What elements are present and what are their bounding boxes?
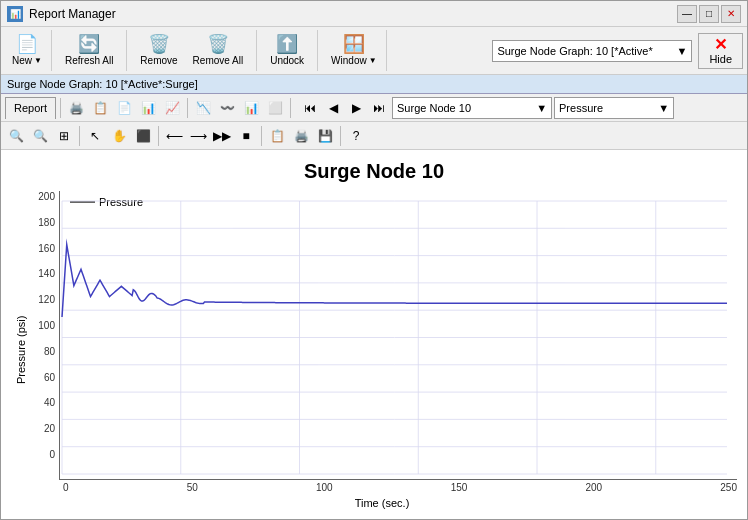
window-button[interactable]: 🪟 Window ▼ bbox=[324, 30, 380, 72]
new-button[interactable]: 📄 New ▼ bbox=[5, 30, 45, 72]
report-btn-7[interactable]: 〰️ bbox=[216, 97, 238, 119]
remove-group: 🗑️ Remove 🗑️ Remove All bbox=[133, 30, 257, 71]
window-label: Window bbox=[331, 55, 367, 66]
hide-x-icon: ✕ bbox=[714, 37, 727, 53]
window-dropdown-arrow: ▼ bbox=[369, 56, 377, 65]
report-btn-9[interactable]: ⬜ bbox=[264, 97, 286, 119]
undock-label: Undock bbox=[270, 55, 304, 66]
property-select-arrow: ▼ bbox=[658, 102, 669, 114]
zoom-out-btn[interactable]: 🔍 bbox=[29, 125, 51, 147]
refresh-label: Refresh All bbox=[65, 55, 113, 66]
minimize-button[interactable]: — bbox=[677, 5, 697, 23]
chart-canvas bbox=[60, 191, 737, 479]
active-report-dropdown[interactable]: Surge Node Graph: 10 [*Active* ▼ bbox=[492, 40, 692, 62]
remove-all-button[interactable]: 🗑️ Remove All bbox=[186, 30, 251, 72]
node-select-text: Surge Node 10 bbox=[397, 102, 471, 114]
prev-btn[interactable]: ◀ bbox=[322, 97, 344, 119]
left-btn[interactable]: ⟵ bbox=[163, 125, 185, 147]
x-tick-150: 150 bbox=[451, 482, 468, 493]
app-icon: 📊 bbox=[7, 6, 23, 22]
x-axis-labels: 0 50 100 150 200 250 bbox=[27, 482, 737, 493]
close-button[interactable]: ✕ bbox=[721, 5, 741, 23]
zoom-fit-btn[interactable]: ⊞ bbox=[53, 125, 75, 147]
property-select-text: Pressure bbox=[559, 102, 603, 114]
active-report-text: Surge Node Graph: 10 [*Active* bbox=[497, 45, 652, 57]
refresh-group: 🔄 Refresh All bbox=[58, 30, 127, 71]
play-btn[interactable]: ▶ bbox=[345, 97, 367, 119]
new-group: 📄 New ▼ bbox=[5, 30, 52, 71]
second-toolbar: 🔍 🔍 ⊞ ↖ ✋ ⬛ ⟵ ⟶ ▶▶ ■ 📋 🖨️ 💾 ? bbox=[1, 122, 747, 150]
nav-controls: ⏮ ◀ ▶ ⏭ bbox=[299, 97, 390, 119]
new-label: New bbox=[12, 55, 32, 66]
last-btn[interactable]: ⏭ bbox=[368, 97, 390, 119]
report-btn-3[interactable]: 📄 bbox=[113, 97, 135, 119]
window-title: Report Manager bbox=[29, 7, 116, 21]
hand-btn[interactable]: ✋ bbox=[108, 125, 130, 147]
window-icon: 🪟 bbox=[343, 35, 365, 53]
report-btn-1[interactable]: 🖨️ bbox=[65, 97, 87, 119]
new-dropdown-arrow: ▼ bbox=[34, 56, 42, 65]
export-btn[interactable]: 💾 bbox=[314, 125, 336, 147]
chart-area: Surge Node 10 Pressure (psi) 200 180 160… bbox=[1, 150, 747, 519]
remove-label: Remove bbox=[140, 55, 177, 66]
remove-button[interactable]: 🗑️ Remove bbox=[133, 30, 184, 72]
title-bar: 📊 Report Manager — □ ✕ bbox=[1, 1, 747, 27]
main-toolbar: 📄 New ▼ 🔄 Refresh All 🗑️ Remove 🗑️ Remov… bbox=[1, 27, 747, 75]
second-sep-4 bbox=[340, 126, 341, 146]
remove-all-label: Remove All bbox=[193, 55, 244, 66]
title-controls: — □ ✕ bbox=[677, 5, 741, 23]
report-tab[interactable]: Report bbox=[5, 97, 56, 119]
x-tick-100: 100 bbox=[316, 482, 333, 493]
x-axis-label: Time (sec.) bbox=[27, 497, 737, 509]
refresh-all-button[interactable]: 🔄 Refresh All bbox=[58, 30, 120, 72]
remove-icon: 🗑️ bbox=[148, 35, 170, 53]
chart-title: Surge Node 10 bbox=[11, 160, 737, 183]
select-btn[interactable]: ⬛ bbox=[132, 125, 154, 147]
sub-title-text: Surge Node Graph: 10 [*Active*:Surge] bbox=[7, 78, 198, 90]
first-btn[interactable]: ⏮ bbox=[299, 97, 321, 119]
refresh-icon: 🔄 bbox=[78, 35, 100, 53]
report-btn-2[interactable]: 📋 bbox=[89, 97, 111, 119]
print2-btn[interactable]: 🖨️ bbox=[290, 125, 312, 147]
copy2-btn[interactable]: 📋 bbox=[266, 125, 288, 147]
node-select-arrow: ▼ bbox=[536, 102, 547, 114]
help-btn[interactable]: ? bbox=[345, 125, 367, 147]
x-tick-250: 250 bbox=[720, 482, 737, 493]
new-icon: 📄 bbox=[16, 35, 38, 53]
chart-plot-area: Pressure bbox=[59, 191, 737, 480]
undock-group: ⬆️ Undock bbox=[263, 30, 318, 71]
toolbar-separator-2 bbox=[187, 98, 188, 118]
chart-container: Pressure (psi) 200 180 160 140 120 100 8… bbox=[11, 191, 737, 509]
node-select-dropdown[interactable]: Surge Node 10 ▼ bbox=[392, 97, 552, 119]
property-select-dropdown[interactable]: Pressure ▼ bbox=[554, 97, 674, 119]
window-group: 🪟 Window ▼ bbox=[324, 30, 387, 71]
report-btn-5[interactable]: 📈 bbox=[161, 97, 183, 119]
report-toolbar: Report 🖨️ 📋 📄 📊 📈 📉 〰️ 📊 ⬜ ⏮ ◀ ▶ ⏭ Surge… bbox=[1, 94, 747, 122]
report-btn-6[interactable]: 📉 bbox=[192, 97, 214, 119]
x-tick-50: 50 bbox=[187, 482, 198, 493]
maximize-button[interactable]: □ bbox=[699, 5, 719, 23]
hide-label: Hide bbox=[709, 53, 732, 65]
report-btn-8[interactable]: 📊 bbox=[240, 97, 262, 119]
second-sep-3 bbox=[261, 126, 262, 146]
report-tab-label: Report bbox=[14, 102, 47, 114]
undock-icon: ⬆️ bbox=[276, 35, 298, 53]
second-sep-2 bbox=[158, 126, 159, 146]
toolbar-separator-3 bbox=[290, 98, 291, 118]
toolbar-separator-1 bbox=[60, 98, 61, 118]
right-btn[interactable]: ⟶ bbox=[187, 125, 209, 147]
dropdown-arrow-icon: ▼ bbox=[676, 45, 687, 57]
stop-btn[interactable]: ■ bbox=[235, 125, 257, 147]
x-tick-200: 200 bbox=[586, 482, 603, 493]
x-tick-0: 0 bbox=[63, 482, 69, 493]
hide-button[interactable]: ✕ Hide bbox=[698, 33, 743, 69]
animate-btn[interactable]: ▶▶ bbox=[211, 125, 233, 147]
cursor-btn[interactable]: ↖ bbox=[84, 125, 106, 147]
report-btn-4[interactable]: 📊 bbox=[137, 97, 159, 119]
second-sep-1 bbox=[79, 126, 80, 146]
undock-button[interactable]: ⬆️ Undock bbox=[263, 30, 311, 72]
y-axis-label: Pressure (psi) bbox=[11, 191, 27, 509]
remove-all-icon: 🗑️ bbox=[207, 35, 229, 53]
y-axis-labels: 200 180 160 140 120 100 80 60 40 20 0 bbox=[27, 191, 59, 480]
zoom-in-btn[interactable]: 🔍 bbox=[5, 125, 27, 147]
